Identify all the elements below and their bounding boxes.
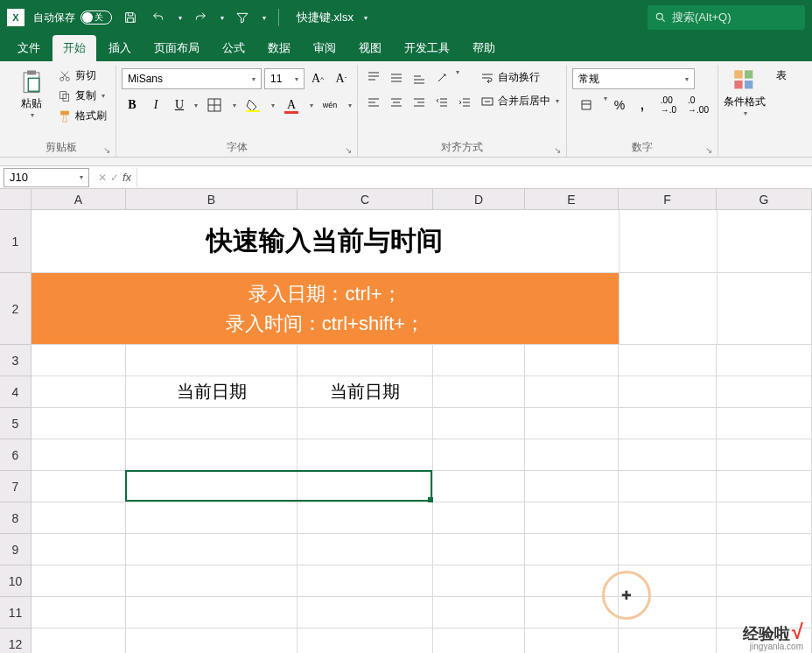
tab-data[interactable]: 数据: [257, 35, 301, 61]
cell-C11[interactable]: [298, 597, 433, 628]
cell-A5[interactable]: [32, 408, 126, 439]
col-header-D[interactable]: D: [433, 189, 525, 210]
cell-C10[interactable]: [298, 565, 433, 597]
cell-F5[interactable]: [619, 408, 717, 439]
bold-button[interactable]: B: [122, 95, 143, 116]
cell-F6[interactable]: [619, 439, 717, 471]
cell-A10[interactable]: [32, 565, 126, 597]
cell-G2[interactable]: [718, 273, 812, 345]
cell-D10[interactable]: [433, 565, 525, 597]
cell-C3[interactable]: [298, 345, 433, 376]
cell-D8[interactable]: [433, 502, 525, 534]
row-header-6[interactable]: 6: [0, 439, 32, 471]
font-size-select[interactable]: 11▾: [264, 68, 304, 89]
align-right-button[interactable]: [409, 93, 430, 112]
font-color-button[interactable]: A: [277, 95, 305, 116]
cell-G7[interactable]: [717, 471, 812, 502]
cell-G5[interactable]: [717, 408, 812, 439]
filename[interactable]: 快捷键.xlsx: [297, 10, 354, 25]
undo-dropdown[interactable]: ▾: [178, 14, 182, 22]
cell-B9[interactable]: [126, 534, 298, 565]
cell-B4[interactable]: 当前日期: [126, 376, 298, 408]
row-header-4[interactable]: 4: [0, 376, 32, 408]
cell-F12[interactable]: [619, 628, 717, 653]
cell-E10[interactable]: [525, 565, 619, 597]
autosave-toggle[interactable]: 自动保存 关: [33, 11, 112, 25]
cell-A6[interactable]: [32, 439, 126, 471]
col-header-F[interactable]: F: [619, 189, 717, 210]
alignment-launcher[interactable]: ↘: [554, 145, 561, 155]
cell-A4[interactable]: [32, 376, 126, 408]
cell-D9[interactable]: [433, 534, 525, 565]
col-header-B[interactable]: B: [126, 189, 298, 210]
cell-F2[interactable]: [620, 273, 717, 345]
col-header-A[interactable]: A: [32, 189, 126, 210]
paste-button[interactable]: 粘贴 ▾: [12, 65, 51, 119]
cell-A11[interactable]: [32, 597, 126, 628]
filter-dropdown[interactable]: ▾: [262, 14, 266, 22]
cell-F11[interactable]: [619, 597, 717, 628]
cell-C4[interactable]: 当前日期: [298, 376, 433, 408]
increase-font-button[interactable]: A^: [307, 68, 328, 89]
row-header-1[interactable]: 1: [0, 210, 32, 273]
cell-F1[interactable]: [620, 210, 717, 273]
number-launcher[interactable]: ↘: [705, 145, 712, 155]
cell-title-merged[interactable]: 快速输入当前与时间: [32, 210, 620, 273]
fill-color-button[interactable]: [239, 95, 267, 116]
formula-input[interactable]: [136, 168, 812, 187]
tab-help[interactable]: 帮助: [462, 35, 506, 61]
undo-icon[interactable]: [149, 8, 168, 27]
cell-G6[interactable]: [717, 439, 812, 471]
cut-button[interactable]: 剪切: [54, 67, 110, 85]
redo-icon[interactable]: [191, 8, 210, 27]
tab-formulas[interactable]: 公式: [212, 35, 256, 61]
align-center-button[interactable]: [386, 93, 407, 112]
cell-B10[interactable]: [126, 565, 298, 597]
cell-A8[interactable]: [32, 502, 126, 534]
cell-A7[interactable]: [32, 471, 126, 502]
cell-B5[interactable]: [126, 408, 298, 439]
cell-D7[interactable]: [433, 471, 525, 502]
underline-button[interactable]: U: [169, 95, 190, 116]
decrease-indent-button[interactable]: [431, 93, 452, 112]
cell-F7[interactable]: [619, 471, 717, 502]
row-header-5[interactable]: 5: [0, 408, 32, 439]
cell-A9[interactable]: [32, 534, 126, 565]
cell-A12[interactable]: [32, 628, 126, 653]
cell-F8[interactable]: [619, 502, 717, 534]
cell-E9[interactable]: [525, 534, 619, 565]
tab-file[interactable]: 文件: [7, 35, 51, 61]
filename-dropdown[interactable]: ▾: [364, 14, 368, 22]
cell-E3[interactable]: [525, 345, 619, 376]
cell-E11[interactable]: [525, 597, 619, 628]
col-header-E[interactable]: E: [525, 189, 619, 210]
wrap-text-button[interactable]: 自动换行: [479, 68, 561, 87]
row-header-8[interactable]: 8: [0, 502, 32, 534]
cell-F9[interactable]: [619, 534, 717, 565]
accounting-button[interactable]: [572, 95, 600, 116]
cell-B3[interactable]: [126, 345, 298, 376]
clipboard-launcher[interactable]: ↘: [103, 145, 110, 155]
row-header-3[interactable]: 3: [0, 345, 32, 376]
cancel-formula-button[interactable]: ✕: [98, 172, 107, 184]
format-painter-button[interactable]: 格式刷: [54, 107, 110, 125]
cell-D11[interactable]: [433, 597, 525, 628]
cell-C6[interactable]: [298, 439, 433, 471]
cell-C8[interactable]: [298, 502, 433, 534]
tab-developer[interactable]: 开发工具: [394, 35, 460, 61]
cell-E4[interactable]: [525, 376, 619, 408]
cell-G9[interactable]: [717, 534, 812, 565]
cell-D4[interactable]: [433, 376, 525, 408]
font-launcher[interactable]: ↘: [345, 145, 352, 155]
tab-home[interactable]: 开始: [52, 35, 96, 61]
cell-E6[interactable]: [525, 439, 619, 471]
cell-G8[interactable]: [717, 502, 812, 534]
merge-center-button[interactable]: 合并后居中▾: [479, 92, 561, 110]
cell-G10[interactable]: [717, 565, 812, 597]
align-top-button[interactable]: [363, 68, 384, 88]
cell-F4[interactable]: [619, 376, 717, 408]
cell-B7[interactable]: [126, 471, 298, 502]
insert-function-button[interactable]: fx: [122, 171, 131, 184]
cell-E5[interactable]: [525, 408, 619, 439]
col-header-C[interactable]: C: [298, 189, 433, 210]
